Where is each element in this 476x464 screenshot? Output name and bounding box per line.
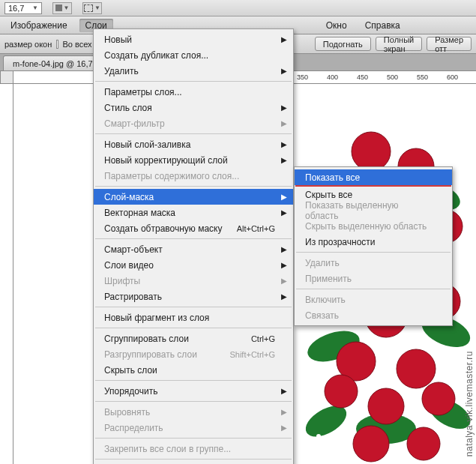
ruler-tick: 400 [327, 73, 338, 81]
svg-point-33 [463, 269, 467, 274]
watermark: natalya-vik.livemaster.ru [464, 351, 475, 457]
fullscreen-button[interactable]: Полный экран [376, 37, 422, 51]
submenu-arrow-icon: ▶ [281, 408, 287, 416]
svg-point-7 [352, 132, 391, 171]
submenu-arrow-icon: ▶ [281, 103, 287, 112]
chevron-down-icon: ▼ [64, 4, 70, 11]
mi-show-all[interactable]: Показать все [295, 169, 452, 185]
mi-arrange[interactable]: Упорядочить▶ [94, 383, 293, 399]
mi-clipping-mask[interactable]: Создать обтравочную маскуAlt+Ctrl+G [94, 220, 293, 236]
mi-new[interactable]: Новый▶ [94, 31, 293, 47]
mi-new-fragment[interactable]: Новый фрагмент из слоя [94, 310, 293, 325]
mi-rasterize[interactable]: Растрировать▶ [94, 289, 293, 304]
separator [95, 401, 292, 402]
mi-content-params: Параметры содержимого слоя... [94, 168, 293, 184]
svg-point-35 [316, 434, 321, 439]
svg-point-20 [325, 375, 358, 408]
submenu-arrow-icon: ▶ [281, 35, 287, 43]
mi-smart-object[interactable]: Смарт-объект▶ [94, 241, 293, 257]
mi-fill-layer[interactable]: Новый слой-заливка▶ [94, 136, 293, 152]
resize-windows-label: размер окон [4, 40, 52, 49]
mi-layer-style[interactable]: Стиль слоя▶ [94, 100, 293, 115]
ruler-tick: 350 [297, 73, 308, 81]
separator [95, 328, 292, 328]
print-size-button[interactable]: Размер отт [427, 37, 472, 51]
svg-point-27 [451, 142, 456, 146]
ruler-tick: 550 [417, 73, 428, 81]
mi-smart-filter: Смарт-фильтр▶ [94, 115, 293, 131]
mi-adj-layer[interactable]: Новый корректирующий слой▶ [94, 152, 293, 168]
dashed-rect-icon [84, 4, 93, 12]
mi-distribute: Распределить▶ [94, 420, 293, 436]
menu-image[interactable]: Изображение [4, 19, 73, 32]
submenu-arrow-icon: ▶ [281, 387, 287, 395]
mi-vector-mask[interactable]: Векторная маска▶ [94, 205, 293, 220]
mi-duplicate[interactable]: Создать дубликат слоя... [94, 47, 293, 63]
fit-button[interactable]: Подогнать [315, 37, 371, 51]
chevron-down-icon: ▼ [32, 4, 38, 11]
shortcut: Alt+Ctrl+G [237, 224, 275, 233]
svg-point-25 [325, 151, 330, 155]
menu-window[interactable]: Окно [320, 19, 353, 32]
separator [95, 186, 292, 187]
mi-layer-mask[interactable]: Слой-маска▶ [94, 189, 293, 205]
submenu-arrow-icon: ▶ [281, 424, 287, 432]
svg-point-19 [368, 388, 404, 424]
menu-help[interactable]: Справка [359, 19, 406, 32]
svg-point-34 [468, 275, 472, 280]
submenu-arrow-icon: ▶ [281, 277, 287, 285]
font-size-combo[interactable]: 16,7 ▼ [4, 2, 42, 14]
separator [95, 133, 292, 134]
svg-point-37 [459, 434, 463, 439]
separator [95, 438, 292, 439]
mi-show-selection: Показать выделенную область [295, 202, 452, 218]
layer-mask-submenu: Показать все Скрыть все Показать выделен… [294, 166, 453, 326]
submenu-arrow-icon: ▶ [281, 193, 287, 201]
svg-point-28 [457, 148, 462, 152]
separator [95, 81, 292, 82]
svg-point-29 [447, 151, 451, 155]
mi-mask-delete: Удалить [295, 255, 452, 271]
font-size-value: 16,7 [8, 4, 24, 13]
submenu-arrow-icon: ▶ [281, 156, 287, 164]
submenu-arrow-icon: ▶ [281, 140, 287, 148]
mi-layer-params[interactable]: Параметры слоя... [94, 84, 293, 100]
submenu-arrow-icon: ▶ [281, 208, 287, 217]
svg-point-21 [422, 382, 455, 415]
mi-from-transparency[interactable]: Из прозрачности [295, 234, 452, 250]
mi-mask-apply: Применить [295, 271, 452, 286]
separator [95, 380, 292, 381]
shortcut: Shift+Ctrl+G [229, 350, 275, 359]
view-mode-button-2[interactable]: ▼ [82, 2, 102, 14]
mi-ungroup: Разгруппировать слоиShift+Ctrl+G [94, 346, 293, 362]
svg-point-36 [322, 440, 327, 445]
mi-hide[interactable]: Скрыть слои [94, 362, 293, 378]
separator [296, 289, 451, 289]
square-icon [55, 4, 62, 11]
mi-mask-link: Связать [295, 307, 452, 323]
mi-group[interactable]: Сгруппировать слоиCtrl+G [94, 331, 293, 346]
svg-point-26 [331, 158, 336, 163]
ruler-corner [0, 70, 13, 84]
mi-align: Выровнять▶ [94, 404, 293, 420]
svg-point-23 [407, 427, 440, 460]
mi-video-layers[interactable]: Слои видео▶ [94, 257, 293, 273]
mi-delete[interactable]: Удалить▶ [94, 63, 293, 79]
ruler-tick: 600 [447, 73, 458, 81]
submenu-arrow-icon: ▶ [281, 119, 287, 127]
vertical-ruler[interactable] [0, 84, 13, 464]
separator [95, 307, 292, 307]
mi-fonts: Шрифты▶ [94, 273, 293, 289]
submenu-arrow-icon: ▶ [281, 67, 287, 75]
mi-lock-group: Закрепить все слои в группе... [94, 441, 293, 457]
separator [95, 459, 292, 460]
shortcut: Ctrl+G [251, 334, 275, 343]
separator [296, 252, 451, 253]
svg-point-22 [353, 426, 389, 462]
all-windows-checkbox[interactable] [56, 40, 58, 49]
layers-menu: Новый▶ Создать дубликат слоя... Удалить▶… [93, 28, 294, 464]
view-mode-button-1[interactable]: ▼ [52, 2, 72, 14]
submenu-arrow-icon: ▶ [281, 261, 287, 269]
ruler-tick: 450 [357, 73, 368, 81]
mi-mask-enable: Включить [295, 292, 452, 307]
